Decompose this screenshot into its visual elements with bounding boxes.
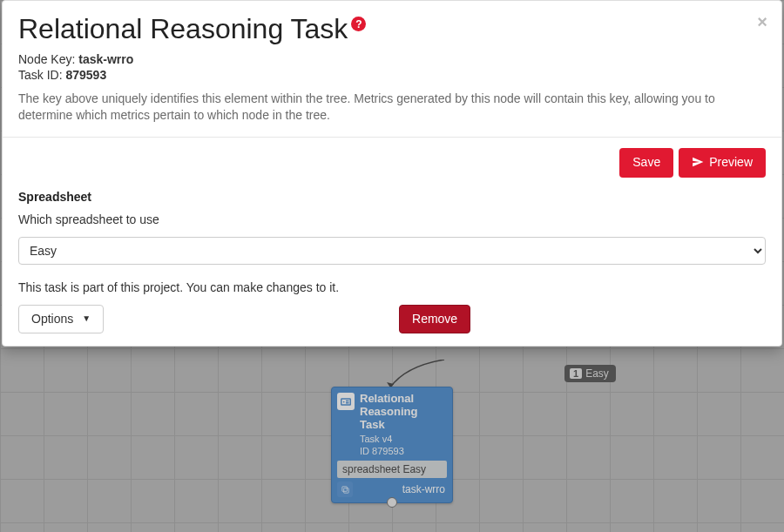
options-dropdown-button[interactable]: Options ▼ bbox=[18, 305, 104, 333]
help-icon[interactable]: ? bbox=[351, 17, 366, 31]
options-button-label: Options bbox=[31, 312, 73, 327]
modal-description: The key above uniquely identifies this e… bbox=[18, 91, 754, 125]
chevron-down-icon: ▼ bbox=[82, 313, 91, 324]
save-button[interactable]: Save bbox=[619, 148, 673, 178]
node-edit-modal: × Relational Reasoning Task ? Node Key: … bbox=[2, 0, 782, 347]
project-note: This task is part of this project. You c… bbox=[18, 280, 766, 294]
task-id-label: Task ID: bbox=[18, 68, 63, 82]
modal-title: Relational Reasoning Task bbox=[18, 13, 348, 45]
spreadsheet-section-title: Spreadsheet bbox=[18, 190, 766, 204]
node-key-value: task-wrro bbox=[78, 52, 133, 66]
preview-button[interactable]: Preview bbox=[679, 148, 766, 178]
task-id-value: 879593 bbox=[65, 68, 106, 82]
node-key-label: Node Key: bbox=[18, 52, 75, 66]
node-key-line: Node Key: task-wrro bbox=[18, 52, 766, 66]
paper-plane-icon bbox=[692, 156, 704, 172]
spreadsheet-select[interactable]: Easy bbox=[18, 237, 766, 265]
save-button-label: Save bbox=[632, 155, 660, 170]
spreadsheet-section-subtitle: Which spreadsheet to use bbox=[18, 212, 766, 226]
preview-button-label: Preview bbox=[709, 155, 753, 170]
remove-button-label: Remove bbox=[412, 312, 457, 327]
task-id-line: Task ID: 879593 bbox=[18, 68, 766, 82]
close-button[interactable]: × bbox=[757, 13, 767, 30]
remove-button[interactable]: Remove bbox=[399, 305, 470, 333]
